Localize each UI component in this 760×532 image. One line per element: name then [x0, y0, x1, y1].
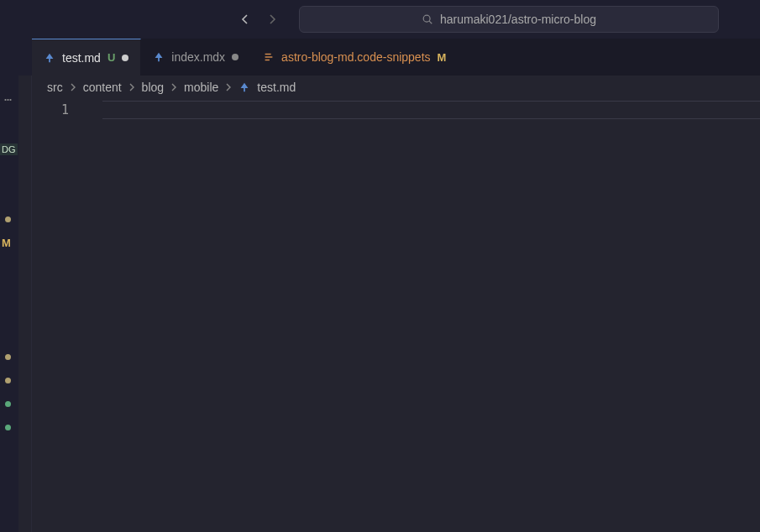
line-number-gutter: 1: [32, 99, 91, 532]
file-modified-badge: M: [2, 237, 11, 249]
nav-forward-button[interactable]: [262, 9, 282, 29]
tab-index-mdx[interactable]: index.mdx: [141, 39, 251, 76]
markdown-file-icon: [44, 52, 55, 64]
file-dirty-dot: [5, 354, 11, 360]
tab-label: test.md: [62, 51, 101, 65]
line-number: 1: [32, 102, 69, 117]
arrow-right-icon: [265, 13, 279, 26]
current-line-highlight: [102, 101, 760, 119]
title-bar: harumaki021/astro-micro-blog: [0, 0, 760, 39]
arrow-left-icon: [238, 13, 252, 26]
status-untracked-badge: U: [107, 51, 115, 64]
breadcrumb-segment[interactable]: content: [83, 81, 122, 94]
overflow-menu-icon[interactable]: ···: [3, 91, 11, 108]
file-dirty-dot: [5, 425, 11, 430]
snippet-file-icon: [263, 51, 275, 63]
breadcrumb-segment[interactable]: blog: [142, 81, 164, 94]
search-icon: [422, 13, 433, 25]
chevron-right-icon: [169, 82, 179, 92]
editor-content[interactable]: [91, 99, 760, 532]
file-dirty-dot: [5, 378, 11, 383]
markdown-file-icon: [153, 51, 165, 63]
chevron-right-icon: [68, 82, 78, 92]
dirty-indicator-icon: [232, 54, 238, 60]
svg-point-0: [423, 15, 430, 22]
explorer-folder-badge: DG: [0, 143, 18, 155]
activity-bar-edge: ··· DG M: [0, 39, 18, 532]
chevron-right-icon: [223, 82, 233, 92]
tab-test-md[interactable]: test.md U: [32, 39, 141, 76]
markdown-file-icon: [238, 81, 250, 93]
tab-label: index.mdx: [171, 50, 225, 64]
file-dirty-dot: [5, 401, 11, 407]
nav-arrows: [235, 9, 282, 29]
breadcrumb[interactable]: src content blog mobile test.md: [32, 76, 760, 99]
command-center-search[interactable]: harumaki021/astro-micro-blog: [299, 6, 719, 33]
editor-area[interactable]: 1: [32, 99, 760, 532]
status-modified-badge: M: [438, 51, 447, 64]
editor-tab-bar: test.md U index.mdx astro-blog-md.code-s…: [32, 39, 760, 76]
search-text: harumaki021/astro-micro-blog: [440, 13, 596, 26]
dirty-indicator-icon: [122, 55, 128, 61]
nav-back-button[interactable]: [235, 9, 255, 29]
svg-line-1: [429, 21, 432, 23]
file-dirty-dot: [5, 216, 11, 222]
breadcrumb-file[interactable]: test.md: [257, 81, 296, 94]
tab-label: astro-blog-md.code-snippets: [281, 50, 430, 64]
breadcrumb-segment[interactable]: src: [47, 81, 63, 94]
breadcrumb-segment[interactable]: mobile: [184, 81, 218, 94]
tab-code-snippets[interactable]: astro-blog-md.code-snippets M: [251, 39, 459, 76]
chevron-right-icon: [127, 82, 137, 92]
